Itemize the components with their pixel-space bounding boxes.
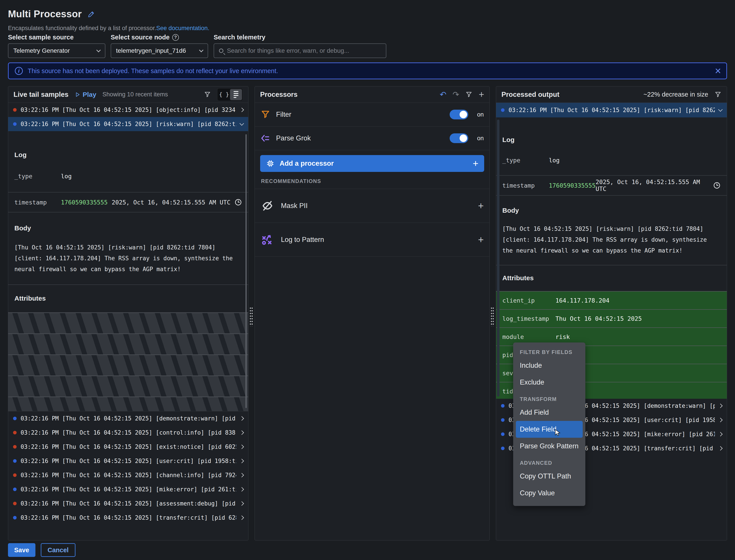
attribute-skeleton-row: [8, 397, 248, 411]
chevron-icon[interactable]: [240, 121, 244, 126]
timestamp-row: timestamp 1760590335555 2025, Oct 16, 04…: [8, 192, 248, 212]
body-section-heading: Body: [14, 224, 248, 232]
timestamp-human: 2025, Oct 16, 04:52:15.555 AM UTC: [112, 199, 231, 206]
attribute-row[interactable]: client_ip 164.117.178.204: [496, 291, 727, 309]
chevron-icon[interactable]: [240, 501, 244, 506]
help-icon[interactable]: ?: [172, 34, 179, 41]
attribute-key: log_timestamp: [502, 315, 555, 322]
plus-icon[interactable]: +: [478, 234, 484, 245]
chevron-icon[interactable]: [240, 487, 244, 492]
chevron-icon[interactable]: [718, 432, 723, 436]
log-row[interactable]: 03:22:16 PM [Thu Oct 16 04:52:15 2025] […: [8, 496, 248, 511]
log-line: 03:22:16 PM [Thu Oct 16 04:52:15 2025] […: [21, 121, 236, 127]
chevron-icon[interactable]: [240, 108, 244, 112]
timestamp-human: 2025, Oct 16, 04:52:15.555 AM UTC: [595, 179, 709, 192]
menu-item-exclude[interactable]: Exclude: [513, 374, 585, 391]
edit-title-icon[interactable]: [87, 10, 95, 18]
menu-item-include[interactable]: Include: [513, 357, 585, 374]
close-banner-icon[interactable]: ×: [715, 64, 721, 78]
add-processor-label: Add a processor: [280, 159, 468, 167]
cancel-button[interactable]: Cancel: [41, 543, 76, 557]
menu-section-transform: TRANSFORM: [520, 396, 579, 402]
timestamp-row: timestamp 1760590335555 2025, Oct 16, 04…: [496, 175, 727, 196]
attributes-section-heading: Attributes: [502, 274, 727, 282]
processor-item-parse-grok[interactable]: Parse Grok on: [255, 126, 489, 150]
severity-dot: [13, 122, 17, 126]
attribute-value: 164.117.178.204: [555, 297, 609, 304]
chevron-icon[interactable]: [718, 446, 723, 451]
mouse-cursor-icon: [553, 428, 562, 437]
chevron-icon[interactable]: [240, 459, 244, 463]
log-row[interactable]: 03:22:16 PM [Thu Oct 16 04:52:15 2025] […: [8, 426, 248, 440]
severity-dot: [501, 108, 504, 112]
panel-resize-handle[interactable]: [250, 307, 253, 326]
menu-item-parse-grok-pattern[interactable]: Parse Grok Pattern: [513, 438, 585, 455]
severity-dot: [13, 108, 17, 112]
menu-section-advanced: ADVANCED: [520, 460, 579, 466]
attribute-row[interactable]: log_timestamp Thu Oct 16 04:52:15 2025: [496, 309, 727, 327]
chevron-icon[interactable]: [718, 404, 723, 408]
undo-icon[interactable]: ↶: [440, 91, 446, 99]
log-row[interactable]: 03:22:16 PM [Thu Oct 16 04:52:15 2025] […: [8, 511, 248, 525]
menu-item-delete-field[interactable]: Delete Field: [516, 421, 583, 438]
play-button[interactable]: Play: [75, 91, 96, 98]
attributes-section-heading: Attributes: [14, 295, 248, 302]
redo-icon[interactable]: ↷: [452, 91, 459, 99]
attribute-skeleton-row: [8, 333, 248, 354]
filter-icon[interactable]: [465, 91, 472, 98]
log-line: 03:22:16 PM [Thu Oct 16 04:52:15 2025] […: [21, 500, 236, 507]
menu-section-filter-by-fields: FILTER BY FIELDS: [520, 349, 579, 355]
chevron-icon[interactable]: [240, 445, 244, 449]
list-view-button[interactable]: [230, 89, 242, 100]
source-node-value: telemetrygen_input_71d6: [116, 47, 186, 54]
menu-item-copy-value[interactable]: Copy Value: [513, 485, 585, 502]
menu-item-copy-ottl-path[interactable]: Copy OTTL Path: [513, 468, 585, 485]
funnel-icon: [261, 110, 270, 119]
log-row[interactable]: 03:22:16 PM [Thu Oct 16 04:52:15 2025] […: [8, 440, 248, 454]
log-row[interactable]: 03:22:16 PM [Thu Oct 16 04:52:15 2025] […: [8, 103, 248, 117]
selected-output-row[interactable]: 03:22:16 PM [Thu Oct 16 04:52:15 2025] […: [496, 103, 727, 117]
recommendations-label: RECOMMENDATIONS: [261, 178, 489, 184]
chevron-icon[interactable]: [240, 430, 244, 435]
menu-item-add-field[interactable]: Add Field: [513, 404, 585, 421]
json-view-button[interactable]: { }: [218, 89, 230, 100]
plus-icon[interactable]: +: [478, 200, 484, 211]
size-decrease-note: ~22% decrease in size: [643, 91, 708, 98]
log-line: 03:22:16 PM [Thu Oct 16 04:52:15 2025] […: [21, 429, 236, 436]
eye-off-icon: [261, 199, 274, 213]
multi-processor-editor: Multi Processor Encapsulates functionali…: [0, 0, 735, 560]
processors-title: Processors: [260, 91, 298, 99]
sample-source-select[interactable]: Telemetry Generator: [8, 43, 105, 58]
processor-label: Filter: [276, 111, 444, 119]
chevron-icon[interactable]: [240, 416, 244, 421]
chevron-down-icon[interactable]: [718, 107, 723, 112]
add-icon[interactable]: +: [479, 90, 484, 99]
recommendation-mask-pii[interactable]: Mask PII +: [255, 189, 489, 223]
filter-icon[interactable]: [204, 91, 211, 98]
info-icon: i: [15, 67, 23, 75]
showing-count: Showing 10 recent items: [103, 91, 168, 98]
processor-item-filter[interactable]: Filter on: [255, 103, 489, 126]
attributes-loading: [8, 312, 248, 411]
see-documentation-link[interactable]: See documentation.: [156, 25, 209, 31]
severity-dot: [501, 447, 504, 450]
filter-icon[interactable]: [714, 91, 721, 98]
log-row[interactable]: 03:22:16 PM [Thu Oct 16 04:52:15 2025] […: [8, 482, 248, 496]
chevron-icon[interactable]: [240, 473, 244, 477]
log-row[interactable]: 03:22:16 PM [Thu Oct 16 04:52:15 2025] […: [8, 117, 248, 131]
panel-resize-handle[interactable]: [490, 307, 494, 326]
add-processor-button[interactable]: Add a processor +: [260, 155, 484, 172]
recommendation-log-to-pattern[interactable]: Log to Pattern +: [255, 223, 489, 257]
filter-toggle[interactable]: [450, 110, 468, 119]
search-input[interactable]: Search for things like error, warn, or d…: [214, 43, 386, 58]
log-row[interactable]: 03:22:16 PM [Thu Oct 16 04:52:15 2025] […: [8, 454, 248, 468]
log-row[interactable]: 03:22:16 PM [Thu Oct 16 04:52:15 2025] […: [8, 468, 248, 482]
chevron-icon[interactable]: [718, 418, 723, 422]
source-node-select[interactable]: telemetrygen_input_71d6: [111, 43, 208, 58]
chevron-icon[interactable]: [240, 515, 244, 520]
log-row[interactable]: 03:22:16 PM [Thu Oct 16 04:52:15 2025] […: [8, 411, 248, 426]
save-button[interactable]: Save: [8, 543, 35, 557]
toggle-state-label: on: [477, 135, 484, 142]
search-icon: [219, 49, 223, 53]
parse-grok-toggle[interactable]: [450, 133, 468, 143]
